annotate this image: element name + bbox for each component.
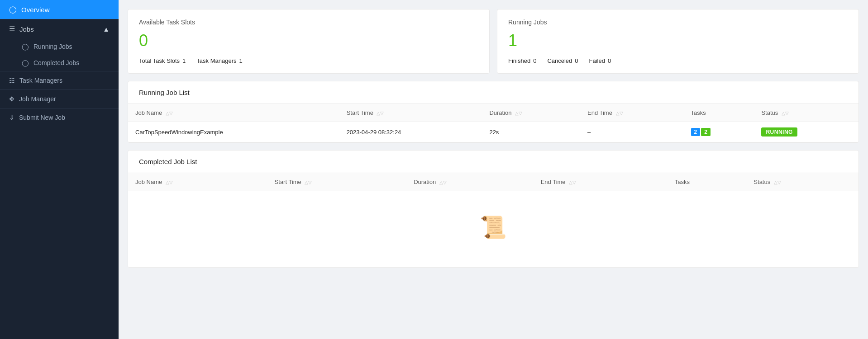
sort-icon-comp-status: △▽ <box>774 180 781 185</box>
running-job-list-table: Job Name △▽ Start Time △▽ Duration △▽ En… <box>128 104 858 142</box>
col-duration[interactable]: Duration △▽ <box>482 104 580 122</box>
tasks-badge: 2 2 <box>691 128 711 136</box>
chevron-up-icon: ▲ <box>103 25 110 33</box>
completed-jobs-circle-icon: ◯ <box>22 59 29 66</box>
comp-col-job-name[interactable]: Job Name △▽ <box>128 173 267 191</box>
col-end-time[interactable]: End Time △▽ <box>580 104 684 122</box>
comp-col-tasks[interactable]: Tasks <box>668 173 747 191</box>
sort-icon-comp-duration: △▽ <box>439 180 447 185</box>
task-managers-icon: ☷ <box>9 77 15 84</box>
available-task-slots-card: Available Task Slots 0 Total Task Slots … <box>128 9 490 74</box>
col-job-name[interactable]: Job Name △▽ <box>128 104 339 122</box>
canceled-item: Canceled 0 <box>547 57 578 64</box>
available-task-slots-title: Available Task Slots <box>139 19 478 26</box>
empty-icon: 📜 <box>143 215 844 240</box>
task-num-blue: 2 <box>691 128 701 136</box>
comp-col-status[interactable]: Status △▽ <box>746 173 858 191</box>
available-task-slots-value: 0 <box>139 31 478 50</box>
sidebar-overview-label: Overview <box>21 6 50 14</box>
main-content: Available Task Slots 0 Total Task Slots … <box>119 0 868 339</box>
completed-job-list-card: Completed Job List Job Name △▽ Start Tim… <box>128 150 859 268</box>
sort-icon-duration: △▽ <box>515 111 522 116</box>
sidebar: ◯ Overview ☰ Jobs ▲ ◯ Running Jobs ◯ Com… <box>0 0 119 339</box>
cell-status: RUNNING <box>754 122 858 142</box>
completed-job-list-tbody: 📜 <box>128 191 858 268</box>
sidebar-item-task-managers[interactable]: ☷ Task Managers <box>0 71 119 89</box>
failed-label: Failed <box>589 57 605 64</box>
task-num-green: 2 <box>701 128 711 136</box>
completed-job-list-header-row: Job Name △▽ Start Time △▽ Duration △▽ En… <box>128 173 858 191</box>
col-tasks[interactable]: Tasks <box>684 104 754 122</box>
sidebar-item-submit-new-job[interactable]: ⇓ Submit New Job <box>0 108 119 127</box>
sidebar-job-manager-label: Job Manager <box>19 95 56 103</box>
running-jobs-card: Running Jobs 1 Finished 0 Canceled 0 Fai… <box>497 9 859 74</box>
col-start-time[interactable]: Start Time △▽ <box>339 104 482 122</box>
cell-start-time: 2023-04-29 08:32:24 <box>339 122 482 142</box>
sort-icon-comp-start-time: △▽ <box>305 180 312 185</box>
sidebar-running-jobs-label: Running Jobs <box>33 43 72 50</box>
submit-job-icon: ⇓ <box>9 114 14 121</box>
empty-area: 📜 <box>135 197 851 262</box>
comp-col-start-time[interactable]: Start Time △▽ <box>267 173 407 191</box>
running-jobs-title: Running Jobs <box>508 19 848 26</box>
completed-job-list-title: Completed Job List <box>128 151 858 173</box>
cell-tasks: 2 2 <box>684 122 754 142</box>
running-job-list-header-row: Job Name △▽ Start Time △▽ Duration △▽ En… <box>128 104 858 122</box>
overview-icon: ◯ <box>9 5 17 14</box>
finished-item: Finished 0 <box>508 57 536 64</box>
total-task-slots-item: Total Task Slots 1 <box>139 57 186 64</box>
completed-job-list-thead: Job Name △▽ Start Time △▽ Duration △▽ En… <box>128 173 858 191</box>
sort-icon-comp-end-time: △▽ <box>569 180 576 185</box>
sidebar-task-managers-label: Task Managers <box>19 77 62 84</box>
sort-icon-start-time: △▽ <box>377 111 384 116</box>
canceled-label: Canceled <box>547 57 572 64</box>
comp-col-end-time[interactable]: End Time △▽ <box>534 173 668 191</box>
running-job-list-thead: Job Name △▽ Start Time △▽ Duration △▽ En… <box>128 104 858 122</box>
sidebar-submit-new-job-label: Submit New Job <box>19 114 65 121</box>
col-status[interactable]: Status △▽ <box>754 104 858 122</box>
table-row[interactable]: CarTopSpeedWindowingExample 2023-04-29 0… <box>128 122 858 142</box>
stats-row: Available Task Slots 0 Total Task Slots … <box>128 9 859 74</box>
cell-end-time: – <box>580 122 684 142</box>
task-managers-footer-value: 1 <box>239 57 242 64</box>
sidebar-item-completed-jobs[interactable]: ◯ Completed Jobs <box>0 55 119 71</box>
running-jobs-footer: Finished 0 Canceled 0 Failed 0 <box>508 57 848 64</box>
comp-col-duration[interactable]: Duration △▽ <box>406 173 534 191</box>
table-row-empty: 📜 <box>128 191 858 268</box>
sort-icon-comp-job-name: △▽ <box>166 180 173 185</box>
sidebar-item-overview[interactable]: ◯ Overview <box>0 0 119 19</box>
task-managers-footer-label: Task Managers <box>196 57 236 64</box>
failed-item: Failed 0 <box>589 57 611 64</box>
finished-label: Finished <box>508 57 530 64</box>
available-task-slots-footer: Total Task Slots 1 Task Managers 1 <box>139 57 478 64</box>
cell-duration: 22s <box>482 122 580 142</box>
running-job-list-card: Running Job List Job Name △▽ Start Time … <box>128 81 859 143</box>
sidebar-jobs-label: Jobs <box>19 25 34 33</box>
sidebar-section-jobs[interactable]: ☰ Jobs ▲ <box>0 19 119 38</box>
jobs-icon: ☰ <box>9 25 15 33</box>
total-task-slots-value: 1 <box>182 57 186 64</box>
sidebar-completed-jobs-label: Completed Jobs <box>33 59 79 66</box>
sidebar-item-job-manager[interactable]: ✥ Job Manager <box>0 89 119 108</box>
completed-job-list-table: Job Name △▽ Start Time △▽ Duration △▽ En… <box>128 173 858 268</box>
running-job-list-tbody: CarTopSpeedWindowingExample 2023-04-29 0… <box>128 122 858 142</box>
running-jobs-circle-icon: ◯ <box>22 43 29 50</box>
finished-value: 0 <box>533 57 536 64</box>
sort-icon-end-time: △▽ <box>616 111 623 116</box>
running-jobs-value: 1 <box>508 31 848 50</box>
canceled-value: 0 <box>575 57 578 64</box>
total-task-slots-label: Total Task Slots <box>139 57 180 64</box>
cell-job-name: CarTopSpeedWindowingExample <box>128 122 339 142</box>
sidebar-item-running-jobs[interactable]: ◯ Running Jobs <box>0 38 119 55</box>
sort-icon-status: △▽ <box>782 111 789 116</box>
job-manager-icon: ✥ <box>9 95 14 103</box>
sort-icon-job-name: △▽ <box>166 111 173 116</box>
failed-value: 0 <box>608 57 611 64</box>
running-job-list-title: Running Job List <box>128 81 858 104</box>
status-badge: RUNNING <box>761 127 797 137</box>
task-managers-footer-item: Task Managers 1 <box>196 57 242 64</box>
